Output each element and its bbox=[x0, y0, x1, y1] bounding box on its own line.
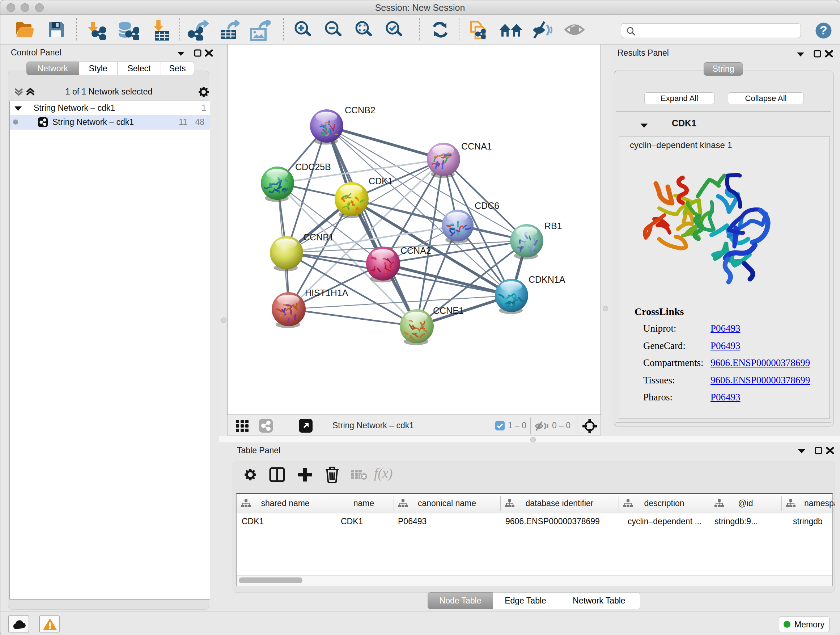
svg-text:?: ? bbox=[820, 23, 827, 37]
svg-text:CCNB2: CCNB2 bbox=[345, 105, 376, 115]
svg-text:HIST1H1A: HIST1H1A bbox=[305, 288, 348, 298]
svg-text:CDC25B: CDC25B bbox=[295, 162, 331, 172]
svg-text:CDC6: CDC6 bbox=[475, 201, 499, 211]
svg-text:CCNA1: CCNA1 bbox=[461, 141, 492, 151]
svg-text:CDKN1A: CDKN1A bbox=[529, 274, 565, 285]
svg-text:CDK1: CDK1 bbox=[369, 176, 393, 186]
svg-text:CCNE1: CCNE1 bbox=[433, 306, 464, 316]
svg-text:RB1: RB1 bbox=[545, 221, 562, 231]
svg-text:CCNA2: CCNA2 bbox=[401, 245, 431, 256]
svg-text:CCNB1: CCNB1 bbox=[303, 232, 334, 242]
